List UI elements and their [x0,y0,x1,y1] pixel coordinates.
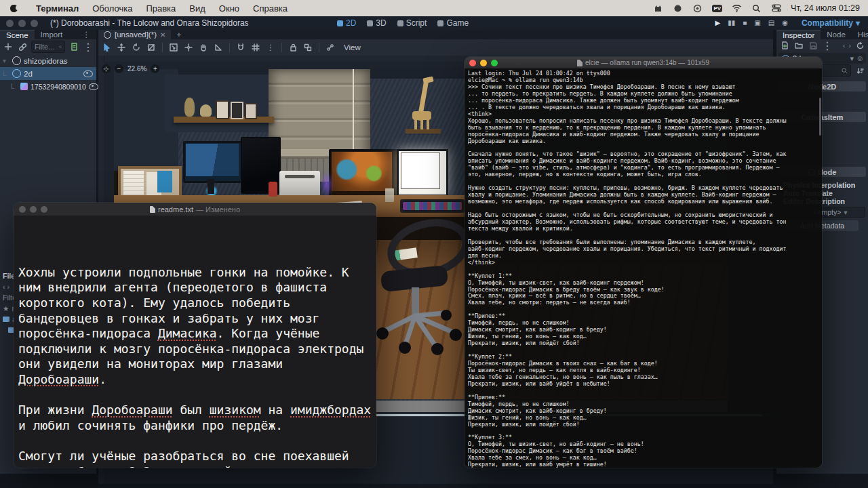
readme-line: Хохлы устроили подпольные гонки на помой… [18,265,372,281]
save-resource-icon[interactable] [808,40,818,51]
sort-icon[interactable] [854,65,865,76]
scene-more-icon[interactable]: ⋮ [83,41,94,52]
tree-node-2d[interactable]: L 2d [0,67,96,80]
close-button[interactable] [6,20,14,27]
renderer-selector[interactable]: Compatibility▾ [802,16,860,30]
tab-inspector[interactable]: Inspector [776,30,821,40]
terminal-line [468,306,822,313]
smart-snap-icon[interactable] [235,42,246,53]
play-custom-button[interactable]: ◉ [782,20,788,26]
center-view-icon[interactable]: ⊹ [102,64,111,73]
minimize-button[interactable] [18,20,26,27]
instance-scene-button[interactable] [17,41,28,52]
select-tool-icon[interactable] [101,42,112,53]
collapse-icon[interactable]: ▾ [3,57,9,64]
pan-tool-icon[interactable] [198,42,209,53]
editor-mode-button[interactable]: 2D [337,18,356,28]
zoom-in-button[interactable]: + [151,64,159,73]
readme-text[interactable]: Хохлы устроили подпольные гонки на помой… [14,216,376,468]
terminal-scrollbar[interactable] [819,98,821,136]
tree-node-root[interactable]: ▾ shizopidoras [0,54,96,67]
movie-maker-button[interactable]: ▤ [768,20,774,26]
grid-snap-icon[interactable] [250,42,261,53]
skeleton-icon[interactable] [325,42,336,53]
stop-button[interactable]: ■ [743,20,747,26]
ruler-tool-icon[interactable] [213,42,224,53]
scene-filter-input[interactable]: Filter: name, t:t [31,41,65,53]
object-history-icon[interactable] [854,40,865,51]
move-tool-icon[interactable] [116,42,127,53]
play-button[interactable]: ▶ [715,20,721,26]
play-scene-button[interactable]: ▣ [754,20,760,26]
pin-icon[interactable]: ◎ [857,55,863,62]
list-select-tool-icon[interactable] [168,42,179,53]
readme-titlebar[interactable]: readme.txt — Изменено [14,203,376,216]
tab-history[interactable]: History [852,30,868,39]
editor-mode-button[interactable]: 3D [367,18,386,28]
app-status-icon-circle[interactable] [673,3,683,14]
search-icon [59,44,62,50]
tab-scene[interactable]: Scene [0,30,35,40]
load-resource-icon[interactable] [793,40,804,51]
app-status-icon-record[interactable] [692,3,703,14]
editor-mode-button[interactable]: Game [437,18,469,28]
folder-icon [3,317,9,322]
control-center-icon[interactable] [771,3,781,14]
wifi-icon[interactable] [732,3,742,14]
menubar-item[interactable]: Правка [139,3,182,14]
photo-printer-slot [285,175,315,178]
menubar-item[interactable]: Терминал [29,3,85,14]
rotate-tool-icon[interactable] [131,42,142,53]
readme-title: readme.txt — Изменено [14,205,376,214]
menubar-item[interactable]: Справка [246,3,294,14]
node2d-icon [12,69,21,78]
visibility-eye-icon[interactable] [89,83,98,90]
search-icon[interactable] [751,3,762,14]
visibility-eye-icon[interactable] [83,70,93,77]
menubar-item[interactable]: Оболочка [85,3,139,14]
canvas-toolbar: ⋮ View [98,39,773,56]
readme-line [18,433,372,449]
tab-node[interactable]: Node [821,30,852,39]
pause-button[interactable]: ▮▮ [728,20,735,26]
photo-red-bottle [269,182,277,197]
node-label: shizopidoras [24,57,68,65]
resource-options-icon[interactable]: ⋮ [822,40,833,51]
tab-import[interactable]: Import [35,30,69,39]
readme-line: Доробоараши. [18,372,372,388]
zoom-level[interactable]: 22.6% [127,65,146,73]
zoom-button[interactable] [31,20,38,27]
history-back-icon[interactable]: ‹ [843,41,846,49]
snap-options-icon[interactable]: ⋮ [265,42,276,53]
app-status-icon-cat[interactable] [653,3,663,14]
lock-icon[interactable] [288,42,298,53]
group-icon[interactable] [302,42,313,53]
readme-line: При жизни Доробоараши был шизиком на ими… [18,403,372,418]
scale-tool-icon[interactable] [146,42,157,53]
view-menu[interactable]: View [340,43,365,52]
add-node-button[interactable] [3,41,14,52]
macos-menubar: ТерминалОболочкаПравкаВидОкноСправка PV … [0,0,868,16]
new-resource-icon[interactable] [779,40,790,51]
dock-options-icon[interactable]: ⋮ [77,30,97,39]
readme-line: короткого кота). Ему удалось победить [18,296,372,311]
terminal-line: Прекрати, шизик, или пойдёт сбой! [468,422,822,428]
terminal-titlebar[interactable]: elcie — ollama run qwen3:14b — 101x59 [465,57,822,68]
menubar-clock[interactable]: Чт, 24 июля 01:29 [791,3,860,13]
play-controls: ▶ ▮▮ ■ ▣ ▤ ◉ [715,16,788,30]
terminal-output[interactable]: Last login: Thu Jul 24 01:00:42 on ttys0… [465,68,822,468]
new-scene-tab-button[interactable]: + [171,30,186,39]
pivot-tool-icon[interactable] [183,42,194,53]
attach-script-icon[interactable] [68,41,79,52]
app-status-icon-pv[interactable]: PV [712,5,722,12]
zoom-out-button[interactable]: − [115,64,123,73]
photo-bird-figurine [200,104,212,117]
scene-tab-unsaved[interactable]: [unsaved](*) ✕ [98,30,171,39]
editor-mode-button[interactable]: Script [397,18,427,28]
tree-node-sprite[interactable]: L 17532940809010 [0,80,96,93]
menubar-item[interactable]: Вид [182,3,212,14]
menubar-item[interactable]: Окно [212,3,246,14]
close-icon[interactable]: ✕ [160,31,165,39]
apple-menu-icon[interactable] [9,4,18,13]
history-forward-icon[interactable]: › [848,41,851,49]
